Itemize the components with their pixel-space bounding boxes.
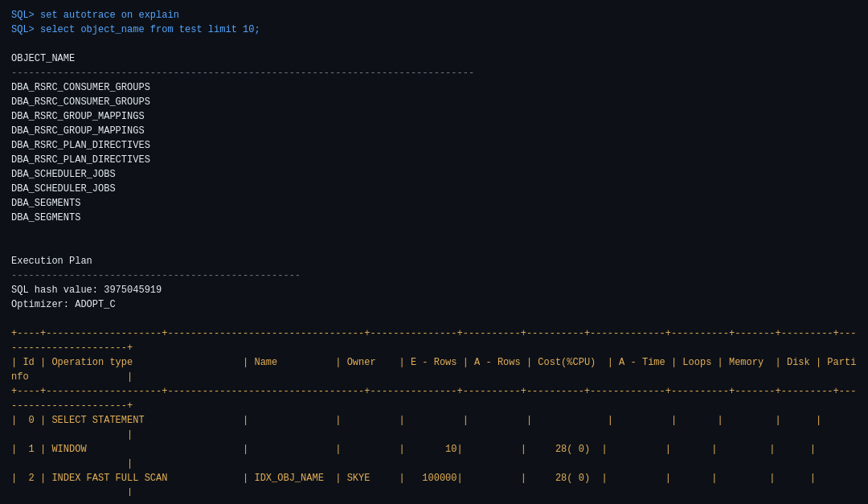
row-5: DBA_RSRC_PLAN_DIRECTIVES: [11, 138, 857, 153]
table-border-mid: +----+--------------------+-------------…: [11, 384, 857, 399]
table-row0-b: |: [11, 428, 857, 442]
sql-hash: SQL hash value: 3975045919: [11, 283, 857, 297]
table-row2-b: |: [11, 486, 857, 496]
row-4: DBA_RSRC_GROUP_MAPPINGS: [11, 124, 857, 138]
table-row1-a: | 1 | WINDOW | | | 10| | 28( 0) | | | | …: [11, 442, 857, 457]
col-header: OBJECT_NAME: [11, 51, 857, 66]
row-1: DBA_RSRC_CONSUMER_GROUPS: [11, 80, 857, 95]
terminal: SQL> set autotrace on explain SQL> selec…: [11, 8, 857, 496]
exec-plan-title: Execution Plan: [11, 254, 857, 268]
table-border-mid2: --------------------+: [11, 399, 857, 413]
cmd-line-1: SQL> set autotrace on explain: [11, 8, 857, 23]
cmd-line-2: SQL> select object_name from test limit …: [11, 23, 857, 37]
row-7: DBA_SCHEDULER_JOBS: [11, 167, 857, 182]
exec-plan-separator: ----------------------------------------…: [11, 268, 857, 283]
row-8: DBA_SCHEDULER_JOBS: [11, 182, 857, 196]
blank-3: [11, 240, 857, 254]
optimizer: Optimizer: ADOPT_C: [11, 297, 857, 312]
row-6: DBA_RSRC_PLAN_DIRECTIVES: [11, 153, 857, 167]
table-row0-a: | 0 | SELECT STATEMENT | | | | | | | | |…: [11, 413, 857, 428]
table-border-top2: --------------------+: [11, 341, 857, 355]
blank-1: [11, 37, 857, 51]
row-3: DBA_RSRC_GROUP_MAPPINGS: [11, 109, 857, 124]
blank-4: [11, 312, 857, 326]
table-header-row: | Id | Operation type | Name | Owner | E…: [11, 355, 857, 370]
col-separator: ----------------------------------------…: [11, 66, 857, 80]
row-10: DBA_SEGMENTS: [11, 211, 857, 225]
blank-2: [11, 225, 857, 240]
table-header-nfo: nfo |: [11, 370, 857, 384]
table-row2-a: | 2 | INDEX FAST FULL SCAN | IDX_OBJ_NAM…: [11, 471, 857, 486]
table-row1-b: |: [11, 457, 857, 471]
row-9: DBA_SEGMENTS: [11, 196, 857, 211]
table-border-top: +----+--------------------+-------------…: [11, 326, 857, 341]
row-2: DBA_RSRC_CONSUMER_GROUPS: [11, 95, 857, 109]
